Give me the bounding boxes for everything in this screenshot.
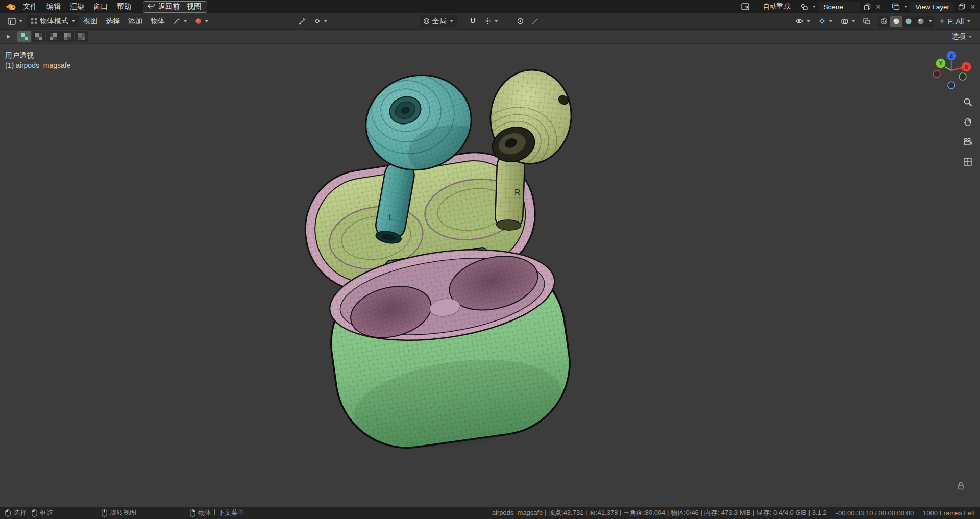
copy-view-layer-icon[interactable] <box>957 2 966 11</box>
pan-hand-icon[interactable] <box>962 116 974 128</box>
global-orientation-icon <box>423 18 430 24</box>
mode-select-caret-icon <box>72 20 75 22</box>
select-mode-subtract-button[interactable] <box>46 31 60 42</box>
menu-view[interactable]: 视图 <box>80 15 101 28</box>
options-caret-icon <box>969 36 972 38</box>
gizmo-y-label: Y <box>939 61 943 66</box>
eyedropper-button[interactable] <box>295 15 309 28</box>
wireframe-sphere-icon <box>880 18 888 25</box>
camera-view-icon[interactable] <box>962 136 974 148</box>
falloff-caret-icon <box>184 20 187 22</box>
hint-context-menu: 物体上下文菜单 <box>190 508 244 517</box>
zoom-tool-icon[interactable] <box>962 96 974 108</box>
copy-scene-icon[interactable] <box>863 2 872 11</box>
falloff-dropdown[interactable] <box>169 15 190 28</box>
ortho-grid-icon[interactable] <box>962 156 974 168</box>
eyedropper-icon <box>299 18 306 25</box>
eye-icon <box>795 18 803 24</box>
back-button-label: 返回前一视图 <box>158 2 201 11</box>
mode-select[interactable]: 物体模式 <box>27 15 79 28</box>
shading-mode-group <box>878 16 934 27</box>
menu-select[interactable]: 选择 <box>102 15 124 28</box>
tool-header-expand-icon[interactable] <box>4 33 12 41</box>
shading-rendered-button[interactable] <box>915 16 927 27</box>
proportional-circle-icon <box>517 18 524 24</box>
proportional-falloff-dropdown[interactable] <box>528 15 543 28</box>
shading-material-button[interactable] <box>902 16 915 27</box>
select-mode-new-button[interactable] <box>17 31 31 42</box>
viewport-canvas[interactable]: R <box>0 0 980 519</box>
solid-sphere-icon <box>893 18 900 25</box>
select-mode-extend-button[interactable] <box>32 31 45 42</box>
editor-type-button[interactable] <box>4 15 26 28</box>
gizmo-x-neg-axis[interactable] <box>933 70 940 78</box>
magnet-icon <box>470 18 476 25</box>
snap-settings-dropdown[interactable] <box>481 15 501 28</box>
unlink-scene-icon[interactable] <box>874 3 883 11</box>
select-mode-intersect-button[interactable] <box>75 31 88 42</box>
lock-icon[interactable] <box>957 481 965 492</box>
proportional-edit-toggle[interactable] <box>513 15 527 28</box>
viewport-header: 物体模式 视图 选择 添加 物体 <box>0 13 980 30</box>
scene-browse-icon[interactable] <box>799 3 809 11</box>
gizmo-y-neg-axis[interactable] <box>959 73 966 80</box>
blender-logo-icon[interactable] <box>5 3 16 11</box>
active-tool-dropdown[interactable] <box>310 15 331 28</box>
xray-toggle[interactable] <box>860 15 874 28</box>
navigation-gizmo[interactable]: Z X Y <box>928 47 974 93</box>
visibility-caret-icon <box>807 20 810 22</box>
viewport-info-text: 用户透视 (1) airpods_magsafe <box>5 50 70 70</box>
scene-browse-caret-icon <box>813 6 816 8</box>
stats-text: airpods_magsafe | 顶点:43,731 | 面:41,378 |… <box>492 508 827 517</box>
gizmo-z-neg-axis[interactable] <box>948 82 955 89</box>
shading-solid-button[interactable] <box>890 16 902 27</box>
mouse-middle-icon <box>102 509 107 517</box>
gizmo-icon <box>818 17 826 25</box>
overlays-caret-icon <box>852 20 855 22</box>
hint-box-select-label: 框选 <box>40 508 53 517</box>
select-mode-invert-button[interactable] <box>60 31 74 42</box>
options-button[interactable]: 选项 <box>947 31 976 42</box>
gizmos-dropdown[interactable] <box>815 15 836 28</box>
scene-name[interactable]: Scene <box>821 3 857 11</box>
proportional-falloff-icon <box>532 18 539 24</box>
back-previous-view-button[interactable]: 返回前一视图 <box>143 1 207 13</box>
menu-view-label: 视图 <box>83 17 97 26</box>
menu-file[interactable]: 文件 <box>18 1 42 12</box>
editor-type-caret-icon <box>19 20 22 22</box>
fake-user-label: F: All <box>948 17 964 26</box>
view-layer-icon[interactable] <box>891 2 901 11</box>
menu-object[interactable]: 物体 <box>147 15 168 28</box>
menu-add[interactable]: 添加 <box>125 15 146 28</box>
snap-target-icon <box>484 18 491 24</box>
scene-selector[interactable]: Scene <box>818 2 860 12</box>
auto-reload-button[interactable]: 自动重载 <box>763 2 790 11</box>
options-label: 选项 <box>951 32 966 41</box>
view-layer-name[interactable]: View Layer <box>913 3 951 11</box>
active-tool-caret-icon <box>324 20 327 22</box>
menu-edit[interactable]: 编辑 <box>42 1 65 12</box>
visibility-dropdown[interactable] <box>792 15 814 28</box>
hint-rotate-view: 旋转视图 <box>102 508 136 517</box>
active-object-label: (1) airpods_magsafe <box>5 60 70 70</box>
menu-help[interactable]: 帮助 <box>112 1 136 12</box>
overlays-dropdown[interactable] <box>837 15 859 28</box>
orientation-label: 全局 <box>432 17 447 26</box>
snap-toggle[interactable] <box>466 15 480 28</box>
left-bud-label: L <box>389 213 394 222</box>
scene-statistics: airpods_magsafe | 顶点:43,731 | 面:41,378 |… <box>492 508 975 517</box>
hint-rotate-view-label: 旋转视图 <box>110 508 136 517</box>
shading-wireframe-button[interactable] <box>878 16 890 27</box>
menu-window[interactable]: 窗口 <box>89 1 112 12</box>
window-fullscreen-icon[interactable] <box>740 2 750 11</box>
shading-caret-icon[interactable] <box>929 20 932 22</box>
remove-view-layer-icon[interactable] <box>969 3 977 11</box>
menu-render[interactable]: 渲染 <box>65 1 89 12</box>
view-layer-selector[interactable]: View Layer <box>910 2 954 12</box>
orientation-select[interactable]: 全局 <box>420 15 457 28</box>
frames-left-text: 1000 Frames Left <box>923 509 975 517</box>
select-intersect-icon <box>78 33 85 40</box>
matcap-dropdown[interactable] <box>191 15 212 28</box>
back-arrow-icon <box>147 3 155 11</box>
add-fake-user-button[interactable]: F: All <box>935 15 974 28</box>
